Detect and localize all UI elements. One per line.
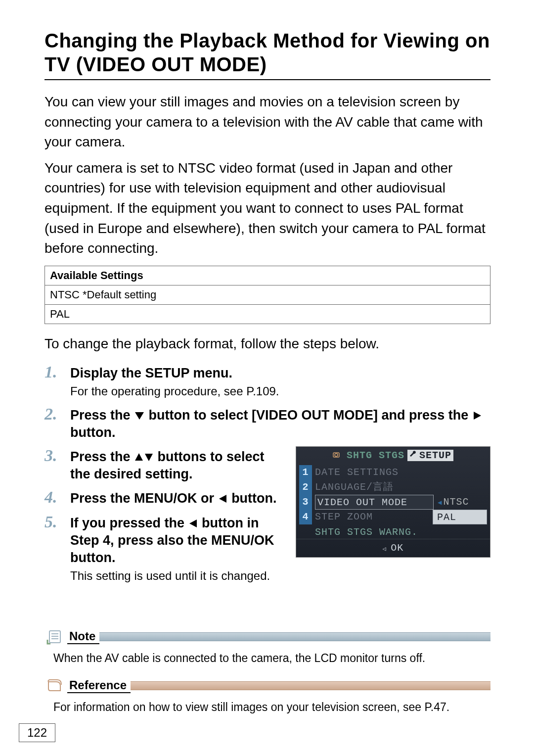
text: or [201, 491, 218, 506]
step-4: 4. Press the MENU/OK or button. [44, 488, 286, 508]
step-5-title: If you pressed the button in Step 4, pre… [70, 515, 286, 567]
settings-row-ntsc: NTSC *Default setting [45, 285, 490, 304]
note-icon [44, 628, 67, 645]
note-callout: Note When the AV cable is connected to t… [44, 628, 490, 666]
svg-marker-1 [474, 412, 481, 420]
step-4-title: Press the MENU/OK or button. [70, 490, 286, 507]
lcd-screenshot: SHTG STGS SETUP 1 DATE SETTINGS 2 LANGUA… [296, 446, 490, 558]
step-3: 3. Press the buttons to select the desir… [44, 446, 286, 484]
svg-marker-2 [135, 453, 143, 461]
menu-ok-label: MENU/OK [134, 491, 197, 506]
step-1-title: Display the SETUP menu. [70, 365, 490, 382]
steps-list: 1. Display the SETUP menu. For the opera… [44, 363, 490, 589]
lcd-tab-shtg: SHTG STGS [344, 450, 407, 461]
step-number: 5. [44, 513, 70, 531]
reference-label: Reference [67, 678, 131, 693]
lcd-tab-setup: SETUP [407, 450, 453, 461]
up-down-arrow-icon [134, 449, 154, 464]
lcd-row-label: DATE SETTINGS [315, 465, 487, 480]
step-3-title: Press the buttons to select the desired … [70, 448, 286, 483]
svg-point-7 [335, 454, 338, 457]
text: button to select [VIDEO OUT MODE] and pr… [149, 408, 472, 423]
settings-header: Available Settings [45, 266, 490, 285]
left-arrow-icon [188, 516, 198, 530]
step-number: 2. [44, 405, 70, 423]
page-title: Changing the Playback Method for Viewing… [44, 29, 490, 80]
text: button. [231, 491, 276, 506]
lcd-option-ntsc: ◀NTSC [434, 495, 487, 510]
reference-icon [44, 677, 67, 694]
lcd-row-label: LANGUAGE/言語 [315, 480, 487, 495]
available-settings-table: Available Settings NTSC *Default setting… [44, 266, 490, 324]
left-arrow-icon [218, 491, 228, 506]
note-bar [99, 632, 490, 641]
text: Press the [70, 491, 134, 506]
lcd-row-4: 4 STEP ZOOM PAL [296, 510, 490, 524]
lcd-ok-label: OK [391, 542, 403, 554]
svg-marker-5 [189, 520, 197, 527]
reference-bar [131, 681, 490, 690]
step-5: 5. If you pressed the button in Step 4, … [44, 513, 286, 585]
menu-ok-label: MENU/OK [211, 533, 274, 548]
svg-marker-3 [145, 454, 153, 461]
lead-sentence: To change the playback format, follow th… [44, 334, 490, 354]
step-number: 3. [44, 446, 70, 465]
lcd-row-index: 4 [299, 510, 312, 524]
step-2: 2. Press the button to select [VIDEO OUT… [44, 405, 490, 442]
step-number: 4. [44, 488, 70, 506]
left-triangle-icon: ◀ [438, 499, 442, 507]
note-label: Note [67, 629, 99, 644]
lcd-tabs: SHTG STGS SETUP [296, 447, 490, 465]
text: Press the [70, 449, 134, 464]
text: Press the [70, 408, 134, 423]
lcd-option-pal-selected: PAL [433, 510, 487, 524]
text: If you pressed the [70, 516, 188, 530]
lcd-row-label: STEP ZOOM [315, 510, 433, 524]
text: button. [70, 425, 115, 440]
lcd-ok-hint: ◁ OK [296, 539, 490, 555]
down-arrow-icon [134, 408, 145, 423]
lcd-row-label-selected: VIDEO OUT MODE [315, 495, 434, 510]
svg-marker-0 [135, 412, 144, 420]
lcd-row-index: 2 [299, 480, 312, 495]
page-number: 122 [19, 723, 55, 742]
lcd-row-3: 3 VIDEO OUT MODE ◀NTSC [296, 495, 490, 510]
note-body: When the AV cable is connected to the ca… [44, 645, 490, 666]
step-2-title: Press the button to select [VIDEO OUT MO… [70, 407, 490, 441]
reference-body: For information on how to view still ima… [44, 694, 490, 715]
right-arrow-icon [472, 408, 482, 423]
intro-paragraph-1: You can view your still images and movie… [44, 92, 490, 152]
left-triangle-icon: ◁ [383, 546, 391, 553]
lcd-row-2: 2 LANGUAGE/言語 [296, 480, 490, 495]
camera-icon [333, 450, 342, 461]
wrench-icon [409, 450, 417, 461]
step-1: 1. Display the SETUP menu. For the opera… [44, 363, 490, 401]
lcd-option-label: NTSC [443, 496, 469, 508]
reference-callout: Reference For information on how to view… [44, 677, 490, 715]
settings-row-pal: PAL [45, 304, 490, 324]
lcd-row-1: 1 DATE SETTINGS [296, 465, 490, 480]
step-5-sub: This setting is used until it is changed… [70, 567, 286, 584]
lcd-row-index: 3 [299, 495, 312, 510]
lcd-row-index: 1 [299, 465, 312, 480]
svg-marker-4 [219, 495, 226, 503]
lcd-warning: SHTG STGS WARNG. [296, 524, 490, 539]
text: button. [70, 550, 115, 565]
step-number: 1. [44, 363, 70, 381]
lcd-tab-setup-label: SETUP [419, 450, 451, 461]
step-1-sub: For the operating procedure, see P.109. [70, 383, 490, 400]
intro-paragraph-2: Your camera is set to NTSC video format … [44, 158, 490, 259]
